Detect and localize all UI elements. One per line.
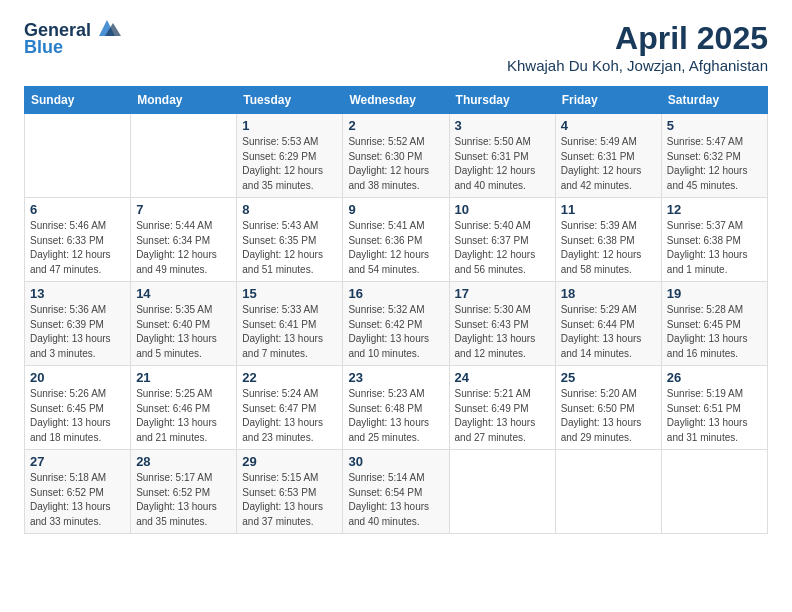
logo-icon: [93, 18, 121, 40]
day-number: 29: [242, 454, 337, 469]
calendar-cell: 20Sunrise: 5:26 AM Sunset: 6:45 PM Dayli…: [25, 366, 131, 450]
day-detail: Sunrise: 5:43 AM Sunset: 6:35 PM Dayligh…: [242, 219, 337, 277]
day-number: 4: [561, 118, 656, 133]
calendar-week-4: 20Sunrise: 5:26 AM Sunset: 6:45 PM Dayli…: [25, 366, 768, 450]
header: General Blue April 2025 Khwajah Du Koh, …: [24, 20, 768, 74]
day-number: 15: [242, 286, 337, 301]
day-number: 19: [667, 286, 762, 301]
calendar-cell: 21Sunrise: 5:25 AM Sunset: 6:46 PM Dayli…: [131, 366, 237, 450]
day-detail: Sunrise: 5:15 AM Sunset: 6:53 PM Dayligh…: [242, 471, 337, 529]
calendar-week-5: 27Sunrise: 5:18 AM Sunset: 6:52 PM Dayli…: [25, 450, 768, 534]
calendar-cell: [555, 450, 661, 534]
day-detail: Sunrise: 5:19 AM Sunset: 6:51 PM Dayligh…: [667, 387, 762, 445]
calendar-cell: 16Sunrise: 5:32 AM Sunset: 6:42 PM Dayli…: [343, 282, 449, 366]
day-detail: Sunrise: 5:33 AM Sunset: 6:41 PM Dayligh…: [242, 303, 337, 361]
day-number: 2: [348, 118, 443, 133]
calendar-cell: 22Sunrise: 5:24 AM Sunset: 6:47 PM Dayli…: [237, 366, 343, 450]
day-number: 13: [30, 286, 125, 301]
day-number: 8: [242, 202, 337, 217]
calendar-cell: 8Sunrise: 5:43 AM Sunset: 6:35 PM Daylig…: [237, 198, 343, 282]
calendar-cell: 12Sunrise: 5:37 AM Sunset: 6:38 PM Dayli…: [661, 198, 767, 282]
day-number: 12: [667, 202, 762, 217]
calendar-cell: 10Sunrise: 5:40 AM Sunset: 6:37 PM Dayli…: [449, 198, 555, 282]
calendar-cell: 18Sunrise: 5:29 AM Sunset: 6:44 PM Dayli…: [555, 282, 661, 366]
day-detail: Sunrise: 5:50 AM Sunset: 6:31 PM Dayligh…: [455, 135, 550, 193]
calendar-cell: 27Sunrise: 5:18 AM Sunset: 6:52 PM Dayli…: [25, 450, 131, 534]
day-number: 20: [30, 370, 125, 385]
calendar-cell: 25Sunrise: 5:20 AM Sunset: 6:50 PM Dayli…: [555, 366, 661, 450]
day-detail: Sunrise: 5:40 AM Sunset: 6:37 PM Dayligh…: [455, 219, 550, 277]
calendar-cell: 7Sunrise: 5:44 AM Sunset: 6:34 PM Daylig…: [131, 198, 237, 282]
calendar-cell: 24Sunrise: 5:21 AM Sunset: 6:49 PM Dayli…: [449, 366, 555, 450]
day-number: 7: [136, 202, 231, 217]
day-detail: Sunrise: 5:21 AM Sunset: 6:49 PM Dayligh…: [455, 387, 550, 445]
calendar-table: SundayMondayTuesdayWednesdayThursdayFrid…: [24, 86, 768, 534]
day-number: 17: [455, 286, 550, 301]
calendar-cell: 6Sunrise: 5:46 AM Sunset: 6:33 PM Daylig…: [25, 198, 131, 282]
day-number: 24: [455, 370, 550, 385]
logo-blue: Blue: [24, 37, 63, 58]
calendar-week-3: 13Sunrise: 5:36 AM Sunset: 6:39 PM Dayli…: [25, 282, 768, 366]
day-detail: Sunrise: 5:53 AM Sunset: 6:29 PM Dayligh…: [242, 135, 337, 193]
day-detail: Sunrise: 5:35 AM Sunset: 6:40 PM Dayligh…: [136, 303, 231, 361]
day-number: 25: [561, 370, 656, 385]
day-number: 21: [136, 370, 231, 385]
day-detail: Sunrise: 5:39 AM Sunset: 6:38 PM Dayligh…: [561, 219, 656, 277]
day-number: 18: [561, 286, 656, 301]
calendar-cell: 3Sunrise: 5:50 AM Sunset: 6:31 PM Daylig…: [449, 114, 555, 198]
day-detail: Sunrise: 5:36 AM Sunset: 6:39 PM Dayligh…: [30, 303, 125, 361]
day-number: 10: [455, 202, 550, 217]
day-detail: Sunrise: 5:46 AM Sunset: 6:33 PM Dayligh…: [30, 219, 125, 277]
logo: General Blue: [24, 20, 121, 58]
weekday-header-sunday: Sunday: [25, 87, 131, 114]
calendar-cell: 1Sunrise: 5:53 AM Sunset: 6:29 PM Daylig…: [237, 114, 343, 198]
calendar-cell: 4Sunrise: 5:49 AM Sunset: 6:31 PM Daylig…: [555, 114, 661, 198]
day-number: 30: [348, 454, 443, 469]
day-number: 11: [561, 202, 656, 217]
day-detail: Sunrise: 5:32 AM Sunset: 6:42 PM Dayligh…: [348, 303, 443, 361]
calendar-cell: 29Sunrise: 5:15 AM Sunset: 6:53 PM Dayli…: [237, 450, 343, 534]
day-detail: Sunrise: 5:37 AM Sunset: 6:38 PM Dayligh…: [667, 219, 762, 277]
day-detail: Sunrise: 5:25 AM Sunset: 6:46 PM Dayligh…: [136, 387, 231, 445]
calendar-cell: 23Sunrise: 5:23 AM Sunset: 6:48 PM Dayli…: [343, 366, 449, 450]
title-area: April 2025 Khwajah Du Koh, Jowzjan, Afgh…: [507, 20, 768, 74]
day-number: 6: [30, 202, 125, 217]
day-number: 23: [348, 370, 443, 385]
calendar-cell: 9Sunrise: 5:41 AM Sunset: 6:36 PM Daylig…: [343, 198, 449, 282]
calendar-cell: [25, 114, 131, 198]
day-number: 14: [136, 286, 231, 301]
calendar-cell: 30Sunrise: 5:14 AM Sunset: 6:54 PM Dayli…: [343, 450, 449, 534]
day-detail: Sunrise: 5:26 AM Sunset: 6:45 PM Dayligh…: [30, 387, 125, 445]
day-detail: Sunrise: 5:49 AM Sunset: 6:31 PM Dayligh…: [561, 135, 656, 193]
day-detail: Sunrise: 5:30 AM Sunset: 6:43 PM Dayligh…: [455, 303, 550, 361]
calendar-cell: [131, 114, 237, 198]
calendar-cell: 26Sunrise: 5:19 AM Sunset: 6:51 PM Dayli…: [661, 366, 767, 450]
day-detail: Sunrise: 5:18 AM Sunset: 6:52 PM Dayligh…: [30, 471, 125, 529]
calendar-cell: 11Sunrise: 5:39 AM Sunset: 6:38 PM Dayli…: [555, 198, 661, 282]
calendar-cell: 14Sunrise: 5:35 AM Sunset: 6:40 PM Dayli…: [131, 282, 237, 366]
day-detail: Sunrise: 5:52 AM Sunset: 6:30 PM Dayligh…: [348, 135, 443, 193]
calendar-cell: 2Sunrise: 5:52 AM Sunset: 6:30 PM Daylig…: [343, 114, 449, 198]
day-detail: Sunrise: 5:47 AM Sunset: 6:32 PM Dayligh…: [667, 135, 762, 193]
weekday-header-friday: Friday: [555, 87, 661, 114]
weekday-header-wednesday: Wednesday: [343, 87, 449, 114]
day-detail: Sunrise: 5:41 AM Sunset: 6:36 PM Dayligh…: [348, 219, 443, 277]
day-number: 22: [242, 370, 337, 385]
weekday-header-thursday: Thursday: [449, 87, 555, 114]
day-detail: Sunrise: 5:17 AM Sunset: 6:52 PM Dayligh…: [136, 471, 231, 529]
calendar-week-2: 6Sunrise: 5:46 AM Sunset: 6:33 PM Daylig…: [25, 198, 768, 282]
calendar-cell: 13Sunrise: 5:36 AM Sunset: 6:39 PM Dayli…: [25, 282, 131, 366]
day-detail: Sunrise: 5:14 AM Sunset: 6:54 PM Dayligh…: [348, 471, 443, 529]
calendar-cell: 15Sunrise: 5:33 AM Sunset: 6:41 PM Dayli…: [237, 282, 343, 366]
day-number: 28: [136, 454, 231, 469]
day-detail: Sunrise: 5:24 AM Sunset: 6:47 PM Dayligh…: [242, 387, 337, 445]
calendar-cell: [449, 450, 555, 534]
calendar-week-1: 1Sunrise: 5:53 AM Sunset: 6:29 PM Daylig…: [25, 114, 768, 198]
day-number: 26: [667, 370, 762, 385]
calendar-cell: 5Sunrise: 5:47 AM Sunset: 6:32 PM Daylig…: [661, 114, 767, 198]
day-number: 16: [348, 286, 443, 301]
day-number: 27: [30, 454, 125, 469]
day-number: 1: [242, 118, 337, 133]
day-detail: Sunrise: 5:28 AM Sunset: 6:45 PM Dayligh…: [667, 303, 762, 361]
location-title: Khwajah Du Koh, Jowzjan, Afghanistan: [507, 57, 768, 74]
